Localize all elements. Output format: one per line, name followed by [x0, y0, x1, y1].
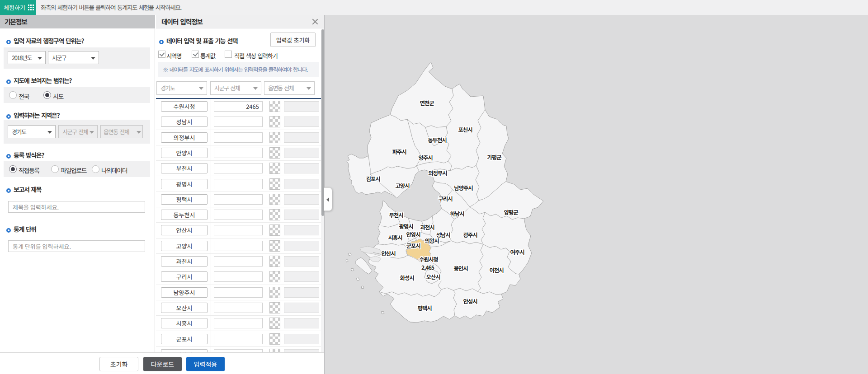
region-button[interactable]: 안산시	[161, 225, 208, 235]
map-label-14: 광명시	[399, 222, 413, 230]
color-swatch[interactable]	[269, 256, 280, 267]
region-button[interactable]: 시흥시	[161, 318, 208, 328]
value-input[interactable]	[214, 318, 263, 328]
map-label-24: 수원시청	[419, 255, 438, 263]
value-input[interactable]	[214, 163, 263, 173]
checkbox-direct-color[interactable]	[225, 51, 232, 58]
admin-level-select[interactable]: 시군구	[48, 51, 99, 64]
map-label-25: 용인시	[453, 264, 468, 272]
color-swatch[interactable]	[269, 116, 280, 127]
sido-select[interactable]: 경기도	[8, 125, 56, 138]
region-button[interactable]: 오산시	[161, 303, 208, 313]
footer-bar: 초기화 다운로드 입력적용	[0, 352, 324, 374]
value-input[interactable]	[214, 225, 263, 235]
checkbox-region-name[interactable]	[158, 51, 165, 58]
stat-unit-input[interactable]	[8, 240, 145, 252]
value-input[interactable]	[214, 287, 263, 298]
checkbox-stat-value[interactable]	[192, 51, 199, 58]
region-button[interactable]: 남양주시	[161, 287, 208, 298]
color-code-box-disabled	[284, 271, 319, 282]
map-label-27: 화성시	[400, 273, 414, 282]
color-swatch[interactable]	[269, 224, 280, 236]
value-input[interactable]	[214, 194, 263, 205]
island	[361, 286, 364, 289]
value-input[interactable]	[214, 256, 263, 266]
radio-direct-register[interactable]	[9, 165, 17, 173]
bullet-icon	[6, 114, 11, 119]
stat-unit-label: 통계 단위	[6, 224, 36, 234]
region-button[interactable]: 성남시	[161, 117, 208, 127]
value-input[interactable]	[214, 101, 263, 112]
radio-file-upload-label: 파일업로드	[61, 166, 86, 175]
region-button[interactable]: 수원시청	[161, 101, 208, 112]
radio-my-data[interactable]	[92, 165, 99, 173]
color-swatch[interactable]	[269, 287, 280, 298]
emd-select[interactable]: 읍면동 전체	[100, 125, 143, 138]
value-input[interactable]	[214, 303, 263, 313]
reset-button[interactable]: 초기화	[99, 357, 138, 371]
color-swatch[interactable]	[269, 194, 280, 205]
island	[356, 278, 359, 280]
apply-button[interactable]: 입력적용	[186, 357, 225, 371]
map-label-5: 가평군	[487, 153, 501, 161]
value-input[interactable]	[214, 241, 263, 251]
data-sigungu-select[interactable]: 시군구 전체	[210, 81, 261, 95]
value-input[interactable]	[214, 132, 263, 143]
region-button[interactable]: 동두천시	[161, 210, 208, 220]
year-select[interactable]: 2018년도	[8, 51, 46, 64]
map-label-17: 시흥시	[388, 233, 402, 242]
color-swatch[interactable]	[269, 349, 280, 352]
region-button[interactable]: 의왕시	[161, 349, 208, 352]
experience-button[interactable]: 체험하기	[0, 0, 36, 15]
input-region-question: 입력하려는 지역은?	[6, 111, 59, 120]
reset-values-button[interactable]: 입력값 초기화	[270, 33, 316, 47]
color-code-box-disabled	[284, 163, 319, 173]
color-swatch[interactable]	[269, 101, 280, 112]
bullet-icon	[6, 188, 11, 193]
value-input[interactable]	[214, 148, 263, 158]
panel-collapse-tab[interactable]	[324, 187, 332, 211]
region-button[interactable]: 군포시	[161, 334, 208, 344]
radio-file-upload[interactable]	[51, 165, 59, 173]
color-code-box-disabled	[284, 318, 319, 328]
region-button[interactable]: 과천시	[161, 256, 208, 266]
region-button[interactable]: 부천시	[161, 163, 208, 173]
map-label-0: 연천군	[420, 98, 434, 107]
sigungu-select[interactable]: 시군구 전체	[58, 125, 98, 138]
region-button[interactable]: 고양시	[161, 241, 208, 251]
close-icon[interactable]	[311, 18, 319, 25]
report-title-label: 보고서 제목	[6, 185, 41, 194]
download-button[interactable]: 다운로드	[143, 357, 182, 371]
data-emd-select[interactable]: 읍면동 전체	[264, 81, 315, 95]
color-swatch[interactable]	[269, 318, 280, 329]
color-code-box-disabled	[284, 132, 319, 143]
value-input[interactable]	[214, 179, 263, 189]
map-area[interactable]: 연천군 포천시 동두천시 파주시 양주시 가평군 의정부시 김포시 고양시 남양…	[324, 15, 868, 374]
color-swatch[interactable]	[269, 271, 280, 282]
map-label-8: 고양시	[395, 181, 410, 190]
color-swatch[interactable]	[269, 147, 280, 159]
region-button[interactable]: 평택시	[161, 194, 208, 205]
value-input[interactable]	[214, 271, 263, 282]
color-swatch[interactable]	[269, 302, 280, 313]
color-swatch[interactable]	[269, 163, 280, 174]
data-sido-select[interactable]: 경기도	[156, 81, 207, 95]
report-title-input[interactable]	[8, 201, 145, 213]
radio-nationwide[interactable]	[9, 91, 17, 99]
value-input[interactable]	[214, 117, 263, 127]
radio-sido[interactable]	[43, 91, 51, 99]
color-swatch[interactable]	[269, 132, 280, 143]
region-button[interactable]: 의정부시	[161, 132, 208, 143]
color-swatch[interactable]	[269, 240, 280, 252]
color-swatch[interactable]	[269, 333, 280, 345]
radio-sido-label: 시도	[53, 92, 63, 101]
color-swatch[interactable]	[269, 178, 280, 190]
value-input[interactable]	[214, 210, 263, 220]
region-button[interactable]: 광명시	[161, 179, 208, 189]
value-input[interactable]	[214, 334, 263, 344]
color-swatch[interactable]	[269, 209, 280, 220]
chevron-down-icon	[253, 87, 258, 90]
value-input[interactable]	[214, 349, 263, 352]
region-button[interactable]: 안양시	[161, 148, 208, 158]
region-button[interactable]: 구리시	[161, 271, 208, 282]
